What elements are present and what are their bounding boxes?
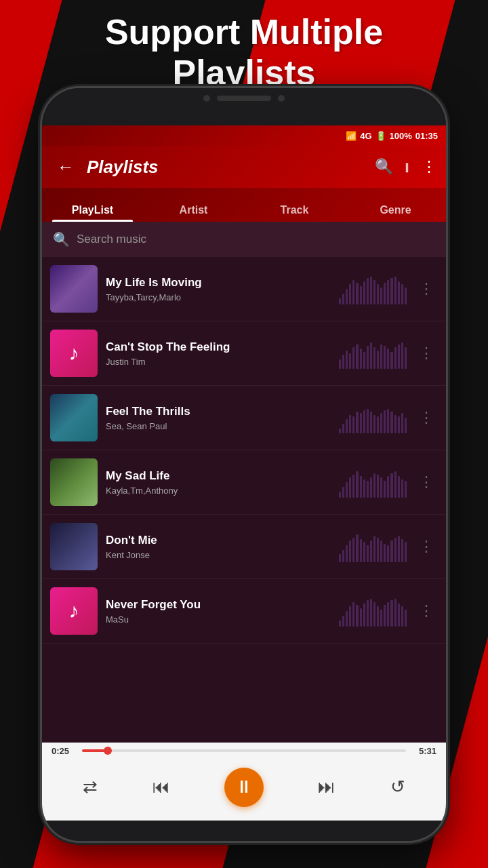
page-background: Support MultiplePlaylists 📶 4G 🔋 100% 01… bbox=[0, 0, 488, 868]
search-bar: 🔍 Search music bbox=[42, 222, 446, 257]
track-title: My Life Is Moving bbox=[106, 276, 331, 290]
phone-frame: 📶 4G 🔋 100% 01:35 ← Playlists 🔍 ⫿ ⋮ bbox=[42, 88, 446, 841]
track-info: My Sad Life Kayla,Tm,Anthony bbox=[106, 469, 331, 496]
progress-bar-area: 0:25 5:31 bbox=[42, 743, 446, 759]
track-artist: MaSu bbox=[106, 614, 331, 625]
battery-pct: 100% bbox=[390, 131, 412, 141]
phone-content: 📶 4G 🔋 100% 01:35 ← Playlists 🔍 ⫿ ⋮ bbox=[42, 125, 446, 821]
track-thumbnail bbox=[50, 394, 98, 441]
app-header: ← Playlists 🔍 ⫿ ⋮ bbox=[42, 146, 446, 188]
track-item[interactable]: Don't Mie Kent Jonse ⋮ bbox=[42, 515, 446, 579]
track-item[interactable]: ♪ Can't Stop The Feeling Justin Tim ⋮ bbox=[42, 321, 446, 386]
track-title: Never Forget You bbox=[106, 598, 331, 612]
track-more-button[interactable]: ⋮ bbox=[415, 599, 438, 623]
track-item[interactable]: Feel The Thrills Sea, Sean Paul ⋮ bbox=[42, 386, 446, 450]
track-more-button[interactable]: ⋮ bbox=[415, 342, 438, 365]
phone-speaker bbox=[217, 96, 271, 101]
status-bar: 📶 4G 🔋 100% 01:35 bbox=[42, 125, 446, 146]
track-waveform bbox=[339, 274, 407, 304]
track-thumbnail: ♪ bbox=[50, 330, 98, 377]
tab-playlist[interactable]: PlayList bbox=[42, 197, 143, 222]
track-list: My Life Is Moving Tayyba,Tarcy,Marlo ⋮ ♪… bbox=[42, 257, 446, 743]
shuffle-button[interactable]: ⇄ bbox=[83, 776, 98, 797]
track-artist: Justin Tim bbox=[106, 357, 331, 367]
total-time: 5:31 bbox=[413, 746, 436, 756]
network-label: 4G bbox=[360, 131, 371, 141]
status-icons: 📶 4G 🔋 100% 01:35 bbox=[346, 131, 438, 141]
wifi-icon: 📶 bbox=[346, 131, 357, 141]
track-info: My Life Is Moving Tayyba,Tarcy,Marlo bbox=[106, 276, 331, 302]
track-more-button[interactable]: ⋮ bbox=[415, 406, 438, 429]
track-more-button[interactable]: ⋮ bbox=[415, 535, 438, 558]
track-artist: Sea, Sean Paul bbox=[106, 421, 331, 431]
battery-label: 🔋 bbox=[375, 131, 386, 141]
track-waveform bbox=[339, 338, 407, 369]
track-waveform bbox=[339, 596, 407, 627]
search-icon[interactable]: 🔍 bbox=[375, 158, 393, 176]
front-camera-left bbox=[203, 95, 210, 102]
track-info: Never Forget You MaSu bbox=[106, 598, 331, 625]
track-more-button[interactable]: ⋮ bbox=[415, 471, 438, 494]
track-artist: Kent Jonse bbox=[106, 550, 331, 560]
tab-track[interactable]: Track bbox=[244, 197, 345, 222]
track-item[interactable]: My Life Is Moving Tayyba,Tarcy,Marlo ⋮ bbox=[42, 257, 446, 321]
progress-track[interactable] bbox=[82, 749, 406, 752]
track-title: Feel The Thrills bbox=[106, 405, 331, 418]
play-pause-button[interactable]: ⏸ bbox=[224, 768, 264, 807]
track-thumbnail: ♪ bbox=[50, 587, 98, 635]
tab-artist[interactable]: Artist bbox=[143, 197, 244, 222]
search-bar-icon: 🔍 bbox=[53, 231, 70, 248]
track-title: Can't Stop The Feeling bbox=[106, 340, 331, 354]
bottom-player: 0:25 5:31 ⇄ ⏮ ⏸ ⏭ ↺ bbox=[42, 743, 446, 821]
tab-genre[interactable]: Genre bbox=[345, 197, 446, 222]
front-camera-right bbox=[278, 95, 285, 102]
repeat-button[interactable]: ↺ bbox=[390, 776, 405, 797]
track-info: Feel The Thrills Sea, Sean Paul bbox=[106, 405, 331, 431]
time-label: 01:35 bbox=[415, 131, 438, 141]
pause-icon: ⏸ bbox=[235, 776, 253, 797]
progress-dot bbox=[104, 747, 112, 755]
search-input[interactable]: Search music bbox=[77, 233, 435, 246]
track-artist: Kayla,Tm,Anthony bbox=[106, 486, 331, 496]
back-button[interactable]: ← bbox=[52, 154, 80, 180]
headline-text: Support MultiplePlaylists bbox=[105, 12, 383, 94]
phone-top-bar bbox=[42, 88, 446, 125]
track-more-button[interactable]: ⋮ bbox=[415, 277, 438, 300]
track-thumbnail bbox=[50, 265, 98, 313]
phone-notch bbox=[203, 95, 285, 102]
track-waveform bbox=[339, 467, 407, 498]
prev-button[interactable]: ⏮ bbox=[152, 776, 170, 797]
track-info: Don't Mie Kent Jonse bbox=[106, 534, 331, 560]
track-item[interactable]: My Sad Life Kayla,Tm,Anthony ⋮ bbox=[42, 450, 446, 515]
track-artist: Tayyba,Tarcy,Marlo bbox=[106, 292, 331, 302]
equalizer-icon[interactable]: ⫿ bbox=[404, 159, 411, 175]
header-icons: 🔍 ⫿ ⋮ bbox=[375, 158, 436, 176]
track-title: Don't Mie bbox=[106, 534, 331, 547]
track-waveform bbox=[339, 532, 407, 562]
next-button[interactable]: ⏭ bbox=[318, 776, 336, 797]
track-info: Can't Stop The Feeling Justin Tim bbox=[106, 340, 331, 367]
track-thumbnail bbox=[50, 523, 98, 570]
track-item[interactable]: ♪ Never Forget You MaSu ⋮ bbox=[42, 579, 446, 644]
app-title: Playlists bbox=[87, 157, 368, 178]
current-time: 0:25 bbox=[52, 746, 75, 756]
tabs-bar: PlayList Artist Track Genre bbox=[42, 188, 446, 222]
player-controls: ⇄ ⏮ ⏸ ⏭ ↺ bbox=[42, 759, 446, 821]
track-title: My Sad Life bbox=[106, 469, 331, 483]
track-waveform bbox=[339, 403, 407, 433]
more-menu-icon[interactable]: ⋮ bbox=[422, 158, 436, 176]
track-thumbnail bbox=[50, 458, 98, 506]
